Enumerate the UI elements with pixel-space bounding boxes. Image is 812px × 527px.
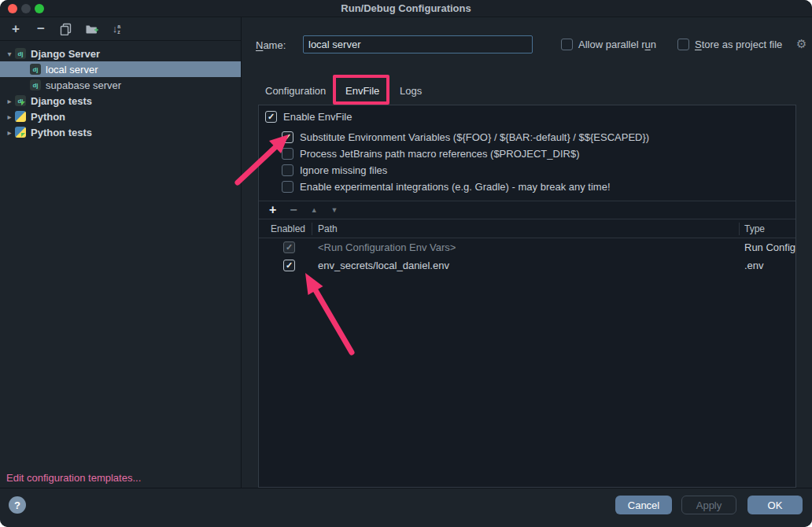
test-overlay-icon (21, 101, 28, 109)
tab-configuration[interactable]: Configuration (265, 85, 326, 97)
row-path-cell: <Run Configuration Env Vars> (318, 241, 456, 253)
tree-item-supabase-server[interactable]: supabase server (0, 77, 241, 93)
python-icon (15, 111, 26, 122)
tree-item-label: Django tests (31, 95, 92, 107)
python-tests-icon (15, 127, 26, 138)
name-label-rest: ame: (263, 39, 286, 51)
edit-configuration-templates-link[interactable]: Edit configuration templates... (6, 472, 141, 484)
env-files-table-header: Enabled Path Type (259, 220, 795, 238)
apply-button[interactable]: Apply (681, 496, 736, 514)
name-label-mnemonic: N (256, 39, 263, 51)
process-path-macro-checkbox[interactable] (282, 148, 293, 160)
plus-icon: + (12, 22, 20, 35)
substitute-env-vars-option: Substitute Environment Variables (${FOO}… (282, 131, 649, 143)
run-debug-configurations-dialog: Run/Debug Configurations + − ↓az ▾ Djang… (0, 0, 812, 527)
substitute-env-vars-label: Substitute Environment Variables (${FOO}… (300, 131, 649, 143)
django-icon (30, 79, 41, 90)
allow-parallel-run-label: Allow parallel run (578, 39, 656, 50)
configurations-tree: ▾ Django Server local server supabase se… (0, 41, 241, 140)
column-divider (739, 223, 740, 235)
tree-item-label: Python (31, 111, 65, 123)
env-files-toolbar: + − ▲ ▼ (259, 201, 795, 219)
tab-envfile[interactable]: EnvFile (345, 85, 379, 97)
tree-item-label: local server (46, 64, 98, 76)
tree-item-python[interactable]: ▸ Python (0, 109, 241, 124)
allow-parallel-run-option: Allow parallel run (561, 39, 656, 50)
move-down-button[interactable]: ▼ (331, 207, 338, 214)
cancel-button[interactable]: Cancel (615, 496, 672, 514)
new-folder-icon (85, 23, 98, 35)
tree-item-label: supabase server (46, 79, 121, 91)
minimize-window-button[interactable] (21, 4, 31, 13)
django-tests-icon (15, 95, 26, 106)
store-as-project-file-checkbox[interactable] (677, 39, 689, 50)
add-env-file-button[interactable]: + (269, 204, 276, 216)
copy-configuration-button[interactable] (59, 22, 73, 36)
tree-item-local-server[interactable]: local server (0, 61, 241, 77)
django-icon (30, 64, 41, 75)
chevron-right-icon[interactable]: ▸ (4, 128, 15, 137)
chevron-right-icon[interactable]: ▸ (4, 97, 15, 105)
new-folder-button[interactable] (84, 22, 98, 36)
experimental-integrations-option: Enable experimental integrations (e.g. G… (282, 181, 611, 193)
help-button[interactable]: ? (9, 496, 26, 514)
ignore-missing-files-checkbox[interactable] (282, 164, 293, 176)
titlebar: Run/Debug Configurations (0, 0, 812, 17)
ignore-missing-files-label: Ignore missing files (300, 164, 387, 176)
column-header-path[interactable]: Path (318, 223, 338, 234)
tree-item-label: Python tests (31, 127, 92, 138)
experimental-integrations-checkbox[interactable] (282, 181, 293, 193)
add-configuration-button[interactable]: + (9, 22, 23, 36)
store-settings-gear-icon[interactable]: ⚙ (796, 37, 806, 51)
chevron-down-icon[interactable]: ▾ (4, 50, 15, 58)
dialog-footer: ? Cancel Apply OK (0, 488, 812, 527)
allow-parallel-run-checkbox[interactable] (561, 39, 573, 50)
table-row[interactable]: <Run Configuration Env Vars> Run Config (259, 239, 795, 256)
row-type-cell: .env (744, 260, 764, 271)
tree-item-python-tests[interactable]: ▸ Python tests (0, 124, 241, 140)
close-window-button[interactable] (8, 4, 17, 13)
sort-az-icon: ↓az (113, 24, 120, 35)
zoom-window-button[interactable] (35, 4, 44, 13)
envfile-panel: Enable EnvFile Substitute Environment Va… (258, 105, 796, 488)
column-divider (312, 223, 312, 235)
chevron-right-icon[interactable]: ▸ (4, 112, 15, 121)
test-overlay-icon (21, 133, 28, 140)
tree-item-django-tests[interactable]: ▸ Django tests (0, 93, 241, 109)
sort-configurations-button[interactable]: ↓az (109, 22, 124, 36)
move-up-button[interactable]: ▲ (311, 207, 318, 214)
table-row[interactable]: env_secrets/local_daniel.env .env (259, 257, 795, 275)
row-type-cell: Run Config (744, 241, 795, 253)
tree-item-django-server[interactable]: ▾ Django Server (0, 46, 241, 61)
ignore-missing-files-option: Ignore missing files (282, 164, 387, 176)
tab-logs[interactable]: Logs (400, 85, 422, 97)
ok-button[interactable]: OK (747, 496, 803, 514)
column-header-enabled[interactable]: Enabled (271, 223, 305, 234)
name-label: Name: (256, 39, 286, 51)
substitute-env-vars-checkbox[interactable] (282, 131, 293, 143)
row-enabled-checkbox[interactable] (283, 260, 295, 271)
row-path-cell: env_secrets/local_daniel.env (318, 260, 449, 271)
enable-envfile-checkbox[interactable] (265, 111, 277, 123)
column-header-type[interactable]: Type (744, 223, 765, 234)
name-input[interactable] (303, 35, 533, 53)
tree-item-label: Django Server (31, 48, 100, 60)
sidebar-toolbar: + − ↓az (0, 17, 241, 41)
store-as-project-file-option: Store as project file (677, 39, 782, 50)
minus-icon: − (37, 22, 45, 35)
remove-env-file-button[interactable]: − (290, 204, 297, 216)
configurations-sidebar: + − ↓az ▾ Django Server local server (0, 17, 242, 488)
active-tab-underline (337, 101, 387, 104)
enable-envfile-label: Enable EnvFile (283, 111, 352, 123)
django-icon (15, 48, 26, 59)
store-as-project-file-label: Store as project file (695, 39, 782, 50)
window-title: Run/Debug Configurations (0, 0, 812, 17)
copy-icon (60, 23, 72, 35)
experimental-integrations-label: Enable experimental integrations (e.g. G… (300, 181, 611, 193)
process-path-macro-label: Process JetBrains path macro references … (300, 148, 579, 160)
remove-configuration-button[interactable]: − (34, 22, 48, 36)
row-enabled-checkbox (283, 241, 295, 253)
enable-envfile-option: Enable EnvFile (265, 111, 352, 123)
process-path-macro-option: Process JetBrains path macro references … (282, 148, 579, 160)
